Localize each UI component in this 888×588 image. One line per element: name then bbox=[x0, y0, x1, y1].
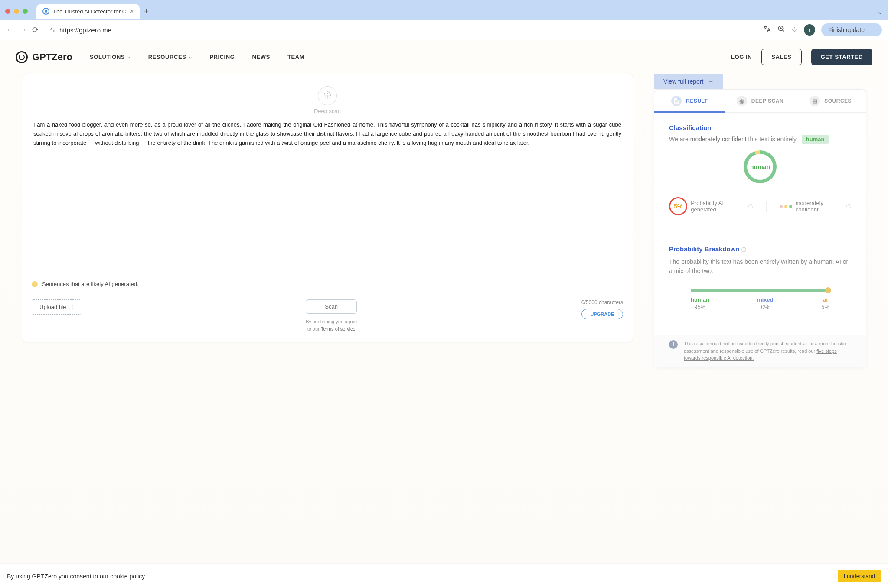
classification-text: We are moderately confident this text is… bbox=[669, 136, 851, 143]
maximize-window-icon[interactable] bbox=[23, 9, 28, 14]
alert-icon: ! bbox=[669, 340, 678, 349]
view-full-report-link[interactable]: View full report → bbox=[654, 74, 723, 89]
terms-text: By continuing you agree to our Terms of … bbox=[306, 318, 357, 332]
bookmark-icon[interactable]: ☆ bbox=[791, 26, 798, 35]
favicon-icon bbox=[42, 8, 49, 15]
nav-news[interactable]: NEWS bbox=[252, 54, 270, 60]
breakdown-ai: ai 5% bbox=[821, 296, 829, 310]
char-count: 0/5000 characters bbox=[581, 299, 623, 305]
confidence-metric: moderately confident ⓘ bbox=[780, 200, 851, 213]
breakdown-mixed: mixed 0% bbox=[757, 296, 774, 310]
logo-icon bbox=[16, 51, 28, 63]
window-controls[interactable] bbox=[5, 9, 28, 14]
finish-update-button[interactable]: Finish update ⋮ bbox=[821, 23, 882, 36]
nav-solutions[interactable]: SOLUTIONS⌄ bbox=[90, 54, 131, 60]
legend-text: Sentences that are likely AI generated. bbox=[42, 281, 139, 287]
new-tab-button[interactable]: + bbox=[144, 7, 149, 16]
site-settings-icon[interactable]: ⇆ bbox=[50, 26, 55, 33]
close-tab-icon[interactable]: × bbox=[130, 7, 134, 15]
address-bar[interactable]: ⇆ https://gptzero.me bbox=[44, 24, 757, 36]
minimize-window-icon[interactable] bbox=[14, 9, 19, 14]
deep-scan-label: Deep scan bbox=[32, 108, 623, 114]
close-window-icon[interactable] bbox=[5, 9, 10, 14]
browser-chrome: The Trusted AI Detector for C × + ⌄ ← → … bbox=[0, 0, 888, 40]
fingerprint-icon: ◉ bbox=[737, 96, 747, 106]
nav-team[interactable]: TEAM bbox=[287, 54, 304, 60]
nav-pricing[interactable]: PRICING bbox=[209, 54, 235, 60]
breakdown-title: Probability Breakdown ⓘ bbox=[669, 245, 851, 253]
back-button[interactable]: ← bbox=[6, 26, 14, 35]
zoom-icon[interactable] bbox=[777, 25, 785, 35]
sources-icon: ⊞ bbox=[810, 96, 820, 106]
ai-pct-value: 5% bbox=[669, 197, 687, 215]
tab-overflow-icon[interactable]: ⌄ bbox=[877, 7, 883, 16]
tab-deep-scan[interactable]: ◉ DEEP SCAN bbox=[725, 90, 796, 112]
input-panel: Deep scan I am a naked food blogger, and… bbox=[22, 74, 633, 342]
cookie-policy-link[interactable]: cookie policy bbox=[110, 573, 145, 580]
fingerprint-icon[interactable] bbox=[318, 86, 337, 105]
chevron-down-icon: ⌄ bbox=[189, 55, 193, 59]
sales-button[interactable]: SALES bbox=[761, 49, 801, 65]
info-icon[interactable]: ⓘ bbox=[741, 247, 746, 252]
tab-result[interactable]: 📄 RESULT bbox=[654, 90, 725, 112]
nav-resources[interactable]: RESOURCES⌄ bbox=[148, 54, 192, 60]
disclaimer: ! This result should not be used to dire… bbox=[654, 335, 866, 367]
info-icon[interactable]: ⓘ bbox=[748, 203, 753, 210]
profile-avatar[interactable]: r bbox=[804, 24, 815, 36]
login-link[interactable]: LOG IN bbox=[731, 54, 752, 60]
cookie-banner: By using GPTZero you consent to our cook… bbox=[0, 564, 888, 588]
tab-sources[interactable]: ⊞ SOURCES bbox=[795, 90, 866, 112]
cookie-accept-button[interactable]: I understand bbox=[838, 570, 881, 582]
info-icon: ⓘ bbox=[69, 304, 73, 310]
results-panel: 📄 RESULT ◉ DEEP SCAN ⊞ SOURCES Classific… bbox=[654, 89, 866, 367]
breakdown-desc: The probability this text has been entir… bbox=[669, 257, 851, 276]
classification-gauge: human bbox=[744, 150, 777, 183]
tab-title: The Trusted AI Detector for C bbox=[53, 8, 126, 15]
upload-file-button[interactable]: Upload file ⓘ bbox=[32, 299, 81, 315]
breakdown-bar bbox=[691, 289, 829, 292]
forward-button[interactable]: → bbox=[19, 26, 27, 35]
arrow-right-icon: → bbox=[708, 78, 714, 85]
divider bbox=[766, 201, 767, 212]
terms-link[interactable]: Terms of service bbox=[321, 326, 356, 331]
upgrade-button[interactable]: UPGRADE bbox=[581, 309, 623, 319]
legend-dot-icon bbox=[32, 281, 38, 287]
document-icon: 📄 bbox=[671, 96, 682, 106]
text-input[interactable]: I am a naked food blogger, and even more… bbox=[32, 120, 623, 147]
browser-tab[interactable]: The Trusted AI Detector for C × bbox=[36, 4, 140, 19]
scan-button[interactable]: Scan bbox=[306, 299, 357, 314]
classification-title: Classification bbox=[669, 124, 851, 131]
translate-icon[interactable] bbox=[763, 25, 771, 36]
logo[interactable]: GPTZero bbox=[16, 51, 72, 63]
chevron-down-icon: ⌄ bbox=[127, 55, 131, 59]
human-badge: human bbox=[802, 135, 829, 144]
get-started-button[interactable]: GET STARTED bbox=[811, 49, 872, 65]
app-header: GPTZero SOLUTIONS⌄ RESOURCES⌄ PRICING NE… bbox=[0, 40, 888, 74]
ai-probability-metric: 5% Probability AI generated ⓘ bbox=[669, 197, 753, 215]
reload-button[interactable]: ⟳ bbox=[32, 25, 39, 35]
url-text: https://gptzero.me bbox=[59, 26, 111, 34]
info-icon[interactable]: ⓘ bbox=[846, 203, 851, 210]
confidence-dots-icon bbox=[780, 205, 792, 208]
kebab-menu-icon[interactable]: ⋮ bbox=[869, 26, 875, 33]
breakdown-human: human 95% bbox=[691, 296, 709, 310]
